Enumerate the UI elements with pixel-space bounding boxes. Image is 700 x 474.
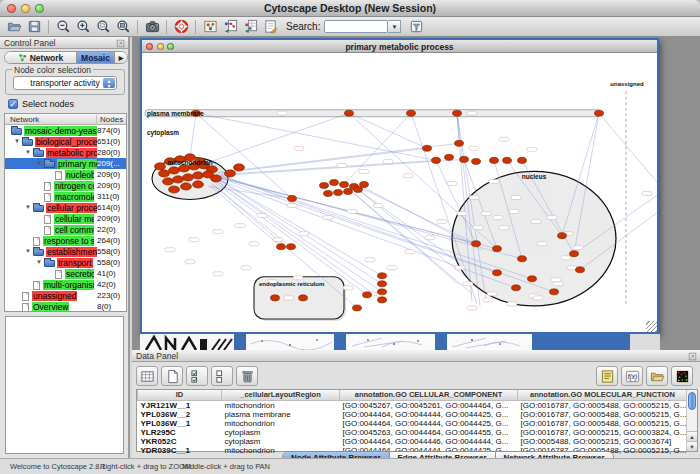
expand-arrow-icon[interactable]: ▼ xyxy=(25,204,31,210)
tree-col-nodes[interactable]: Nodes xyxy=(96,115,123,124)
tree-item-label[interactable]: transport xyxy=(57,258,93,268)
network-node[interactable] xyxy=(334,189,343,195)
tree-row[interactable]: Overview8(0) xyxy=(5,301,126,312)
open-session-icon[interactable] xyxy=(4,18,24,36)
tree-item-label[interactable]: nitrogen compo xyxy=(54,181,94,191)
background-windows-strip[interactable] xyxy=(132,334,700,350)
tab-mosaic[interactable]: Mosaic xyxy=(77,52,115,63)
help-icon[interactable] xyxy=(171,18,191,36)
network-node[interactable] xyxy=(159,170,170,177)
network-node[interactable] xyxy=(169,186,180,193)
tree-row[interactable]: nitrogen compo209(0) xyxy=(5,180,126,191)
network-node[interactable] xyxy=(354,186,363,192)
tree-item-label[interactable]: unassigned xyxy=(32,291,77,301)
tree-item-label[interactable]: biological_process xyxy=(35,137,97,147)
tree-item-label[interactable]: cell communicat xyxy=(54,225,94,235)
tree-item-label[interactable]: mosaic-demo-yeast xyxy=(24,126,97,136)
network-node[interactable] xyxy=(193,172,204,179)
float-panel-icon[interactable] xyxy=(116,39,125,48)
network-node[interactable] xyxy=(288,196,297,202)
scrollbar-thumb[interactable] xyxy=(688,392,696,410)
network-node[interactable] xyxy=(277,244,286,250)
network-node[interactable] xyxy=(155,163,166,170)
tree-item-label[interactable]: metabolic process xyxy=(46,148,97,158)
network-node[interactable] xyxy=(518,256,527,262)
network-node[interactable] xyxy=(378,273,387,279)
network-canvas[interactable]: plasma membranecytoplasmmitochondrionnuc… xyxy=(142,53,657,332)
import-attributes-icon[interactable] xyxy=(646,366,668,386)
network-node[interactable] xyxy=(378,289,387,295)
network-node[interactable] xyxy=(173,176,184,183)
scroll-up-icon[interactable]: ▲ xyxy=(687,431,697,441)
tree-row[interactable]: cellular metabo209(0) xyxy=(5,213,126,224)
network-node[interactable] xyxy=(344,188,353,194)
tree-item-label[interactable]: primary metabo xyxy=(57,159,97,169)
tree-row[interactable]: ▼establishment of lo558(0) xyxy=(5,246,126,257)
save-session-icon[interactable] xyxy=(24,18,44,36)
zoom-selected-icon[interactable] xyxy=(93,18,113,36)
node-color-dropdown[interactable]: transporter activity ▲▼ xyxy=(13,76,117,90)
new-attribute-icon[interactable] xyxy=(161,366,183,386)
zoom-out-icon[interactable] xyxy=(53,18,73,36)
tree-row[interactable]: ▼biological_process651(0) xyxy=(5,136,126,147)
import-network-icon[interactable] xyxy=(220,18,240,36)
select-all-attributes-icon[interactable] xyxy=(186,366,208,386)
tree-item-label[interactable]: Overview xyxy=(32,302,69,312)
tree-row[interactable]: unassigned223(0) xyxy=(5,290,126,301)
tree-item-label[interactable]: nucleobase- xyxy=(65,170,94,180)
delete-attribute-icon[interactable] xyxy=(236,366,258,386)
network-node[interactable] xyxy=(234,164,245,171)
table-row[interactable]: YPL036W__1mitochondrion[GO:0044464, GO:0… xyxy=(138,419,688,428)
scroll-down-icon[interactable]: ▼ xyxy=(687,441,697,451)
expand-arrow-icon[interactable]: ▼ xyxy=(36,259,42,265)
network-node[interactable] xyxy=(330,179,339,185)
network-node[interactable] xyxy=(407,110,416,116)
table-header[interactable]: annotation.GO MOLECULAR_FUNCTION xyxy=(518,390,688,400)
network-node[interactable] xyxy=(287,244,296,250)
network-node[interactable] xyxy=(453,110,462,116)
float-panel-icon[interactable] xyxy=(688,352,697,361)
network-node[interactable] xyxy=(363,292,372,298)
matrix-view-icon[interactable] xyxy=(671,366,693,386)
network-node[interactable] xyxy=(455,140,464,146)
vizmapper-icon[interactable] xyxy=(200,18,220,36)
tree-col-network[interactable]: Network xyxy=(10,115,39,124)
tree-row[interactable]: nucleobase-209(0) xyxy=(5,169,126,180)
tree-item-label[interactable]: response to stimulu xyxy=(43,236,94,246)
tree-row[interactable]: mosaic-demo-yeast874(0) xyxy=(5,125,126,136)
attribute-editor-icon[interactable] xyxy=(596,366,618,386)
network-node[interactable] xyxy=(576,267,585,273)
search-options-icon[interactable] xyxy=(406,18,426,36)
network-node[interactable] xyxy=(512,285,521,291)
compartment-plasma-membrane[interactable] xyxy=(145,110,600,117)
network-node[interactable] xyxy=(345,110,354,116)
more-tabs-arrow-icon[interactable]: ▶ xyxy=(115,52,127,63)
network-node[interactable] xyxy=(271,295,280,301)
table-header[interactable]: _cellularLayoutRegion xyxy=(222,390,340,400)
search-input[interactable] xyxy=(324,20,388,33)
tree-item-label[interactable]: cellular process xyxy=(46,203,97,213)
import-table-icon[interactable] xyxy=(240,18,260,36)
table-header[interactable]: ID xyxy=(138,390,222,400)
select-nodes-checkbox[interactable]: ✓ xyxy=(8,99,18,109)
network-node[interactable] xyxy=(181,183,192,190)
network-node[interactable] xyxy=(558,233,567,239)
tree-row[interactable]: response to stimulu264(0) xyxy=(5,235,126,246)
network-node[interactable] xyxy=(225,170,236,177)
network-node[interactable] xyxy=(528,276,537,282)
network-node[interactable] xyxy=(472,241,481,247)
select-attributes-icon[interactable] xyxy=(136,366,158,386)
network-node[interactable] xyxy=(163,178,174,185)
tree-item-label[interactable]: macromolecule xyxy=(54,192,94,202)
search-dropdown-icon[interactable]: ▼ xyxy=(388,20,401,33)
table-header[interactable]: annotation.GO CELLULAR_COMPONENT xyxy=(340,390,518,400)
expand-arrow-icon[interactable]: ▼ xyxy=(25,149,31,155)
network-node[interactable] xyxy=(493,270,502,276)
network-node[interactable] xyxy=(423,145,432,151)
network-node[interactable] xyxy=(360,181,369,187)
tree-row[interactable]: ▼transport558(0) xyxy=(5,257,126,268)
tree-item-label[interactable]: secretion xyxy=(65,269,94,279)
tree-row[interactable]: secretion41(0) xyxy=(5,268,126,279)
network-node[interactable] xyxy=(324,190,333,196)
network-node[interactable] xyxy=(378,281,387,287)
